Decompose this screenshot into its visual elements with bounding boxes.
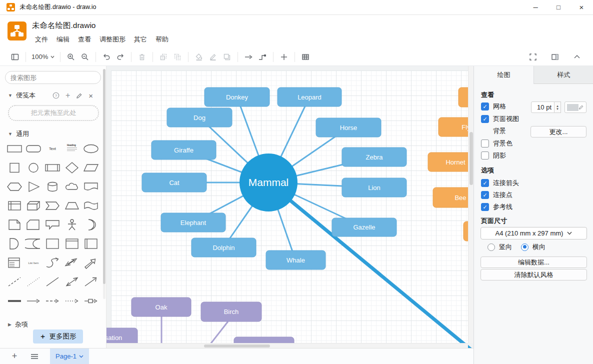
tab-diagram[interactable]: 绘图 (474, 66, 534, 84)
shape-container[interactable] (44, 236, 62, 252)
node-hornet[interactable]: Hornet (428, 152, 474, 172)
section-general[interactable]: ▼ 通用 (8, 130, 29, 138)
connection-arrow-icon[interactable] (242, 50, 256, 64)
shape-and[interactable] (5, 236, 24, 252)
grid-color-button[interactable] (564, 102, 586, 113)
menu-extras[interactable]: 其它 (134, 35, 147, 44)
shape-arrow[interactable] (82, 255, 100, 270)
shape-dashed-arrow[interactable] (44, 293, 62, 308)
minimize-button[interactable]: ─ (524, 0, 547, 15)
canvas-hscrollbar-thumb[interactable] (204, 344, 270, 348)
grid-size-spinner[interactable]: ▲▼ (554, 102, 561, 113)
node-whale[interactable]: Whale (266, 250, 326, 270)
menu-arrange[interactable]: 调整图形 (100, 35, 126, 44)
shape-circle[interactable] (24, 160, 42, 176)
shape-text[interactable]: Text (44, 141, 62, 156)
canvas-vscrollbar-thumb[interactable] (470, 132, 473, 185)
sidebar-scrollbar[interactable] (103, 69, 106, 299)
shape-container-title[interactable] (62, 236, 81, 252)
menu-help[interactable]: 帮助 (156, 35, 168, 44)
node-leopard[interactable]: Leopard (278, 88, 342, 106)
shape-vertical-container[interactable] (82, 236, 100, 252)
node-oak[interactable]: Oak (132, 298, 191, 316)
shape-rectangle[interactable] (5, 141, 24, 156)
edit-data-button[interactable]: 编辑数据... (480, 256, 587, 268)
menu-edit[interactable]: 编辑 (56, 35, 70, 44)
connection-points-checkbox[interactable] (481, 191, 489, 199)
shape-trapezoid[interactable] (62, 198, 81, 214)
shape-tape[interactable] (82, 198, 100, 214)
connection-arrows-checkbox[interactable] (481, 179, 489, 187)
shape-callout[interactable] (44, 217, 62, 232)
scratchpad-edit-icon[interactable] (76, 92, 82, 99)
shape-curve[interactable] (44, 255, 62, 270)
grid-size-input[interactable]: 10 pt (531, 102, 554, 113)
shape-cloud[interactable] (62, 179, 81, 194)
scratchpad-dropzone[interactable]: 把元素拖至此处 (8, 105, 99, 121)
shape-dotted-line[interactable] (24, 274, 42, 290)
sidebar-scrollbar-thumb[interactable] (103, 69, 106, 284)
table-icon[interactable] (298, 50, 312, 64)
grid-checkbox[interactable] (481, 102, 489, 110)
canvas-vscrollbar[interactable] (468, 66, 474, 343)
scratchpad-close-icon[interactable]: × (88, 92, 93, 100)
undo-icon[interactable] (100, 50, 114, 64)
node-zebra[interactable]: Zebra (342, 148, 406, 166)
clear-default-style-button[interactable]: 清除默认风格 (480, 269, 587, 280)
shape-square[interactable] (5, 160, 24, 176)
shape-bidirectional-arrow[interactable] (62, 255, 81, 270)
node-bee[interactable]: Bee (433, 188, 474, 208)
shape-parallelogram[interactable] (82, 160, 100, 176)
section-misc[interactable]: ▶ 杂项 (8, 320, 28, 329)
help-icon[interactable]: ? (52, 92, 60, 99)
page-size-select[interactable]: A4 (210 mm x 297 mm) (480, 227, 587, 240)
shape-card[interactable] (24, 217, 42, 232)
maximize-button[interactable]: □ (547, 0, 570, 15)
canvas-hscrollbar[interactable] (106, 343, 468, 348)
tab-style[interactable]: 样式 (534, 66, 593, 84)
shape-document[interactable] (82, 179, 100, 194)
node-birch[interactable]: Birch (201, 302, 262, 322)
shape-labeled-arrow[interactable] (82, 293, 100, 308)
shape-list[interactable] (5, 255, 24, 270)
node-dog[interactable]: Dog (167, 108, 232, 127)
toggle-panels-icon[interactable] (548, 50, 562, 64)
search-input[interactable] (10, 74, 98, 82)
node-gazelle[interactable]: Gazelle (332, 218, 396, 236)
shape-note[interactable] (5, 217, 24, 232)
shadow-checkbox[interactable] (481, 152, 489, 160)
shape-dashed-line[interactable] (5, 274, 24, 290)
shape-arrow-line[interactable] (24, 293, 42, 308)
shape-or[interactable] (82, 217, 100, 232)
change-background-button[interactable]: 更改... (530, 126, 586, 138)
node-elephant[interactable]: Elephant (161, 213, 226, 232)
page-view-checkbox[interactable] (481, 115, 489, 123)
menu-view[interactable]: 查看 (78, 35, 91, 44)
shape-actor[interactable] (62, 217, 81, 232)
shape-cylinder[interactable] (44, 179, 62, 194)
node-dolphin[interactable]: Dolphin (192, 238, 256, 257)
page-tab[interactable]: Page-1 (50, 348, 89, 364)
portrait-radio[interactable] (488, 244, 495, 251)
zoom-in-icon[interactable] (64, 50, 78, 64)
shape-search[interactable] (5, 71, 101, 84)
shape-diamond[interactable] (62, 160, 81, 176)
shape-step[interactable] (44, 198, 62, 214)
landscape-radio[interactable] (521, 244, 528, 251)
collapse-toolbar-icon[interactable] (570, 50, 584, 64)
shape-list-item[interactable]: List Item (24, 255, 42, 270)
shape-line[interactable] (44, 274, 62, 290)
more-shapes-button[interactable]: ＋ 更多图形 (33, 330, 83, 344)
guides-checkbox[interactable] (481, 203, 489, 211)
close-button[interactable]: × (570, 0, 593, 15)
shape-cube[interactable] (24, 198, 42, 214)
node-donkey[interactable]: Donkey (204, 88, 270, 106)
zoom-select[interactable]: 100% (30, 53, 56, 60)
node-cat[interactable]: Cat (142, 173, 206, 192)
add-page-icon[interactable]: + (9, 351, 20, 362)
shape-bidirectional-connector[interactable] (62, 274, 81, 290)
shape-link[interactable] (5, 293, 24, 308)
toggle-format-panel-icon[interactable] (8, 50, 22, 64)
fullscreen-icon[interactable] (526, 50, 540, 64)
shape-directional-connector[interactable] (82, 274, 100, 290)
